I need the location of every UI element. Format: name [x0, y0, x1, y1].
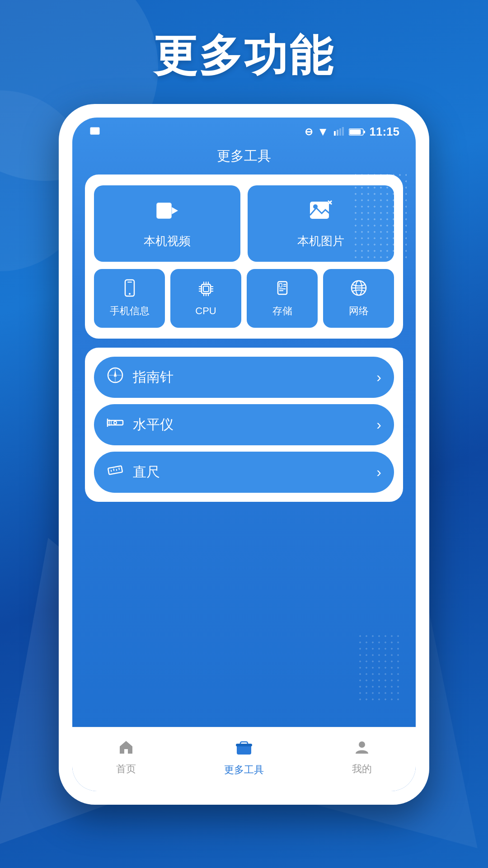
svg-point-17: [129, 293, 131, 295]
network-icon: [350, 279, 368, 300]
storage-icon: [273, 279, 291, 300]
person-icon: [354, 739, 370, 760]
svg-rect-33: [279, 283, 282, 287]
level-icon: [107, 414, 124, 435]
tab-home[interactable]: 首页: [103, 736, 150, 779]
compass-left: 指南针: [107, 367, 174, 388]
status-left: [89, 126, 101, 138]
svg-marker-9: [172, 207, 178, 214]
status-bar: ⊖ ▼ 11:15: [72, 118, 416, 142]
tab-more-tools[interactable]: 更多工具: [211, 735, 277, 780]
tool-local-image[interactable]: 本机图片: [248, 185, 394, 262]
compass-chevron: ›: [376, 369, 381, 386]
tools-top-row: 本机视频 本机图片: [94, 185, 394, 262]
list-card: 指南针 ›: [85, 348, 403, 502]
phone-screen: ⊖ ▼ 11:15 更多工具: [72, 118, 416, 791]
svg-point-47: [114, 421, 117, 424]
battery-icon: [349, 127, 365, 137]
local-image-label: 本机图片: [297, 233, 344, 249]
minus-icon: ⊖: [305, 126, 313, 138]
page-title: 更多功能: [154, 27, 334, 86]
list-item-level[interactable]: 水平仪 ›: [94, 404, 394, 445]
cpu-icon: [197, 280, 215, 301]
ruler-label: 直尺: [133, 463, 160, 481]
screen-content: 本机视频 本机图片: [72, 175, 416, 727]
local-video-label: 本机视频: [144, 233, 191, 249]
storage-label: 存储: [272, 304, 292, 318]
ruler-left: 直尺: [107, 462, 160, 483]
svg-line-53: [113, 469, 114, 471]
svg-rect-1: [334, 131, 336, 136]
phone-info-label: 手机信息: [110, 304, 150, 318]
svg-line-52: [111, 470, 112, 472]
screen-title: 更多工具: [72, 142, 416, 175]
wifi-icon: ▼: [317, 125, 329, 139]
svg-line-54: [117, 469, 117, 471]
svg-marker-45: [114, 370, 117, 377]
tool-network[interactable]: 网络: [323, 269, 394, 328]
video-icon: [155, 198, 180, 227]
level-label: 水平仪: [133, 415, 174, 434]
svg-rect-4: [342, 127, 344, 136]
signal-icon: [333, 127, 344, 137]
svg-rect-16: [127, 282, 132, 283]
list-item-compass[interactable]: 指南针 ›: [94, 357, 394, 398]
svg-rect-8: [156, 203, 172, 219]
image-icon: [308, 198, 333, 227]
tab-mine-label: 我的: [352, 762, 372, 776]
tool-phone-info[interactable]: 手机信息: [94, 269, 165, 328]
home-icon: [118, 739, 134, 760]
tab-more-tools-label: 更多工具: [224, 763, 264, 777]
svg-rect-0: [90, 127, 100, 134]
svg-rect-19: [203, 286, 209, 292]
network-label: 网络: [349, 304, 369, 318]
tab-bar: 首页 更多工具 我: [72, 727, 416, 791]
tool-cpu[interactable]: CPU: [170, 269, 241, 328]
briefcase-icon: [235, 738, 253, 760]
tab-home-label: 首页: [116, 762, 136, 776]
svg-rect-51: [108, 466, 122, 475]
level-chevron: ›: [376, 416, 381, 433]
status-right: ⊖ ▼ 11:15: [305, 125, 399, 139]
tool-storage[interactable]: 存储: [247, 269, 318, 328]
compass-icon: [107, 367, 124, 388]
list-item-ruler[interactable]: 直尺 ›: [94, 452, 394, 493]
phone-icon: [121, 279, 139, 300]
notification-icon: [89, 126, 101, 138]
svg-rect-2: [337, 130, 338, 136]
ruler-chevron: ›: [376, 464, 381, 481]
compass-label: 指南针: [133, 368, 174, 387]
tools-card: 本机视频 本机图片: [85, 175, 403, 339]
svg-rect-7: [364, 131, 365, 133]
phone-frame: ⊖ ▼ 11:15 更多工具: [59, 104, 429, 805]
level-left: 水平仪: [107, 414, 174, 435]
svg-point-59: [359, 741, 365, 748]
tab-mine[interactable]: 我的: [338, 736, 385, 779]
cpu-label: CPU: [195, 305, 216, 317]
time-display: 11:15: [370, 125, 400, 139]
svg-rect-58: [236, 744, 252, 746]
svg-rect-6: [349, 129, 361, 134]
svg-rect-3: [339, 128, 341, 136]
tools-bottom-row: 手机信息: [94, 269, 394, 328]
svg-line-55: [119, 467, 119, 470]
ruler-icon: [107, 462, 124, 483]
tool-local-video[interactable]: 本机视频: [94, 185, 240, 262]
